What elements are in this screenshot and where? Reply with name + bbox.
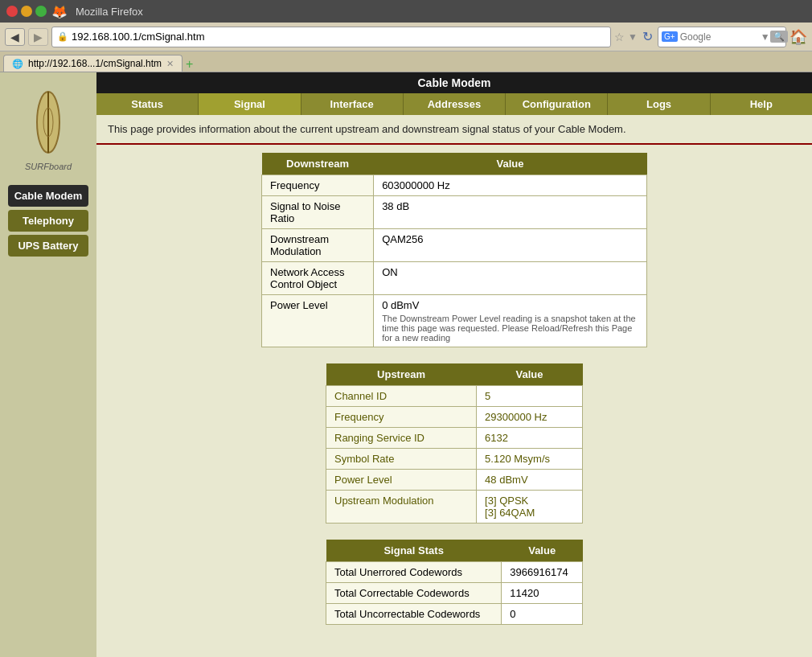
stats-unerrored-value: 3966916174: [502, 562, 583, 583]
us-ranging-label: Ranging Service ID: [326, 428, 477, 449]
stats-correctable-label: Total Correctable Codewords: [326, 583, 502, 604]
tab-favicon: 🌐: [12, 59, 23, 69]
table-row: Total Unerrored Codewords 3966916174: [326, 562, 583, 583]
main-layout: SURFboard Cable Modem Telephony UPS Batt…: [0, 72, 812, 657]
ds-mod-label: Downstream Modulation: [262, 229, 374, 262]
sidebar-cable-modem[interactable]: Cable Modem: [8, 185, 88, 207]
table-row: Upstream Modulation [3] QPSK [3] 64QAM: [326, 491, 583, 524]
browser-tab[interactable]: 🌐 http://192.168...1/cmSignal.htm ✕: [3, 55, 182, 72]
stats-correctable-value: 11420: [502, 583, 583, 604]
close-button[interactable]: [6, 6, 18, 17]
us-freq-value: 29300000 Hz: [477, 407, 583, 428]
url-input[interactable]: [72, 31, 605, 43]
us-mod-label: Upstream Modulation: [326, 491, 477, 524]
table-row: Symbol Rate 5.120 Msym/s: [326, 449, 583, 470]
refresh-button[interactable]: ↻: [642, 29, 653, 44]
nav-help[interactable]: Help: [711, 93, 812, 115]
ds-mod-value: QAM256: [374, 229, 647, 262]
stats-uncorrectable-value: 0: [502, 604, 583, 625]
downstream-col-header: Downstream: [262, 153, 374, 175]
ds-power-value: 0 dBmV The Downstream Power Level readin…: [374, 295, 647, 347]
ds-freq-value: 603000000 Hz: [374, 175, 647, 196]
downstream-table: Downstream Value Frequency 603000000 Hz …: [261, 153, 647, 347]
nav-addresses[interactable]: Addresses: [404, 93, 506, 115]
nav-bar: Status Signal Interface Addresses Config…: [96, 93, 812, 115]
table-row: Total Correctable Codewords 11420: [326, 583, 583, 604]
us-symbol-value: 5.120 Msym/s: [477, 449, 583, 470]
table-row: Total Uncorrectable Codewords 0: [326, 604, 583, 625]
search-input[interactable]: [680, 31, 761, 43]
dropdown-icon[interactable]: ▼: [628, 31, 638, 43]
stats-uncorrectable-label: Total Uncorrectable Codewords: [326, 604, 502, 625]
us-ranging-value: 6132: [477, 428, 583, 449]
bookmark-icon[interactable]: ☆: [614, 31, 625, 43]
new-tab-button[interactable]: +: [186, 57, 193, 72]
forward-button[interactable]: ▶: [28, 28, 48, 46]
us-chanid-value: 5: [477, 386, 583, 407]
table-row: Network Access Control Object ON: [262, 262, 647, 295]
back-button[interactable]: ◀: [5, 28, 25, 46]
search-button[interactable]: 🔍: [770, 31, 788, 43]
sidebar: SURFboard Cable Modem Telephony UPS Batt…: [0, 72, 96, 657]
window-controls: [6, 6, 47, 17]
us-chanid-label: Channel ID: [326, 386, 477, 407]
table-row: Power Level 48 dBmV: [326, 470, 583, 491]
us-power-label: Power Level: [326, 470, 477, 491]
address-bar-row: ◀ ▶ 🔒 ☆ ▼ ↻ G+ ▼ 🔍 🏠: [0, 23, 812, 51]
search-wrap: G+ ▼ 🔍: [658, 27, 786, 47]
browser-title: Mozilla Firefox: [76, 6, 143, 18]
google-icon: G+: [662, 31, 678, 42]
url-bar-wrap: 🔒: [51, 27, 611, 47]
home-button[interactable]: 🏠: [789, 28, 807, 46]
ds-naco-value: ON: [374, 262, 647, 295]
maximize-button[interactable]: [35, 6, 47, 17]
ds-freq-label: Frequency: [262, 175, 374, 196]
table-row: Downstream Modulation QAM256: [262, 229, 647, 262]
brand-text: SURFboard: [25, 162, 72, 171]
upstream-col-header: Upstream: [326, 363, 477, 386]
search-dropdown-icon[interactable]: ▼: [761, 31, 770, 43]
stats-unerrored-label: Total Unerrored Codewords: [326, 562, 502, 583]
tab-bar: 🌐 http://192.168...1/cmSignal.htm ✕ +: [0, 51, 812, 72]
signal-stats-table: Signal Stats Value Total Unerrored Codew…: [326, 540, 583, 625]
ds-power-label: Power Level: [262, 295, 374, 347]
title-bar: 🦊 Mozilla Firefox: [0, 0, 812, 23]
us-symbol-label: Symbol Rate: [326, 449, 477, 470]
stats-col-header: Signal Stats: [326, 540, 502, 562]
ds-power-note: The Downstream Power Level reading is a …: [382, 314, 638, 343]
nav-status[interactable]: Status: [96, 93, 199, 115]
nav-configuration[interactable]: Configuration: [506, 93, 608, 115]
table-row: Frequency 29300000 Hz: [326, 407, 583, 428]
tables-area: Downstream Value Frequency 603000000 Hz …: [96, 145, 812, 649]
page-header: Cable Modem: [96, 72, 812, 93]
ds-naco-label: Network Access Control Object: [262, 262, 374, 295]
logo-area: SURFboard: [8, 80, 88, 177]
description: This page provides information about the…: [96, 115, 812, 145]
us-mod-value: [3] QPSK [3] 64QAM: [477, 491, 583, 524]
content: Cable Modem Status Signal Interface Addr…: [96, 72, 812, 657]
nav-logs[interactable]: Logs: [608, 93, 710, 115]
sidebar-ups-battery[interactable]: UPS Battery: [8, 235, 88, 257]
nav-interface[interactable]: Interface: [301, 93, 404, 115]
tab-label: http://192.168...1/cmSignal.htm: [28, 58, 162, 69]
table-row: Ranging Service ID 6132: [326, 428, 583, 449]
nav-signal[interactable]: Signal: [199, 93, 301, 115]
stats-value-header: Value: [502, 540, 583, 562]
table-row: Frequency 603000000 Hz: [262, 175, 647, 196]
surfboard-logo: [24, 86, 72, 158]
minimize-button[interactable]: [21, 6, 32, 17]
ds-snr-label: Signal to Noise Ratio: [262, 196, 374, 229]
ds-snr-value: 38 dB: [374, 196, 647, 229]
downstream-value-header: Value: [374, 153, 647, 175]
us-power-value: 48 dBmV: [477, 470, 583, 491]
us-freq-label: Frequency: [326, 407, 477, 428]
sidebar-telephony[interactable]: Telephony: [8, 210, 88, 232]
table-row: Channel ID 5: [326, 386, 583, 407]
url-lock-icon: 🔒: [57, 31, 68, 42]
browser-icon: 🦊: [51, 4, 68, 19]
tab-close-icon[interactable]: ✕: [166, 59, 174, 69]
upstream-value-header: Value: [477, 363, 583, 386]
table-row: Signal to Noise Ratio 38 dB: [262, 196, 647, 229]
upstream-table: Upstream Value Channel ID 5 Frequency 29…: [326, 363, 583, 524]
table-row: Power Level 0 dBmV The Downstream Power …: [262, 295, 647, 347]
